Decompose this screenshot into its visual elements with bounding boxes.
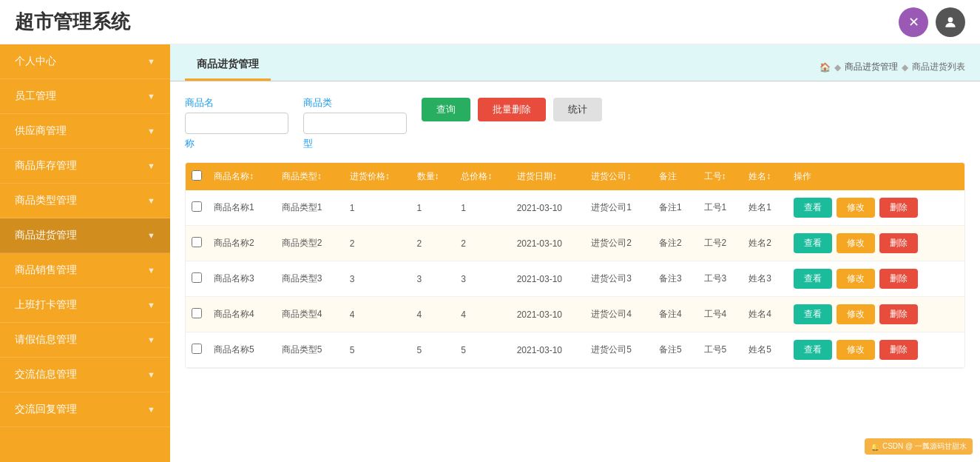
col-header-total[interactable]: 总价格↕ bbox=[455, 163, 510, 190]
col-header-price[interactable]: 进货价格↕ bbox=[344, 163, 411, 190]
cell-remark-4: 备注4 bbox=[653, 297, 698, 332]
col-header-action: 操作 bbox=[788, 163, 964, 190]
edit-button-4[interactable]: 修改 bbox=[837, 304, 875, 324]
user-icon-button[interactable] bbox=[936, 7, 965, 37]
cell-realname-3: 姓名3 bbox=[743, 261, 788, 297]
cell-actions-1: 查看 修改 删除 bbox=[788, 190, 964, 226]
col-header-name[interactable]: 商品名称↕ bbox=[208, 163, 276, 190]
chevron-down-icon: ▼ bbox=[147, 370, 155, 379]
tab-bar: 商品进货管理 🏠 ◆ 商品进货管理 ◆ 商品进货列表 bbox=[170, 44, 980, 81]
cell-name-2: 商品名称2 bbox=[208, 226, 276, 261]
sidebar-item-reply[interactable]: 交流回复管理 ▼ bbox=[0, 392, 170, 427]
breadcrumb-link-purchase[interactable]: 商品进货管理 bbox=[845, 61, 898, 73]
cell-qty-5: 5 bbox=[411, 332, 456, 368]
search-name-sublabel: 称 bbox=[185, 137, 288, 150]
chevron-down-icon: ▼ bbox=[147, 405, 155, 414]
search-name-input[interactable] bbox=[185, 113, 288, 134]
stats-button[interactable]: 统计 bbox=[553, 98, 602, 121]
delete-button-2[interactable]: 删除 bbox=[879, 233, 918, 253]
col-header-type[interactable]: 商品类型↕ bbox=[276, 163, 344, 190]
row-checkbox-3[interactable] bbox=[192, 272, 202, 283]
delete-button-4[interactable]: 删除 bbox=[879, 304, 918, 324]
edit-button-5[interactable]: 修改 bbox=[837, 340, 875, 360]
search-field-name: 商品名 称 bbox=[185, 96, 288, 150]
delete-button-1[interactable]: 删除 bbox=[879, 198, 918, 218]
col-header-realname[interactable]: 姓名↕ bbox=[743, 163, 788, 190]
col-header-company[interactable]: 进货公司↕ bbox=[585, 163, 653, 190]
chevron-down-icon: ▼ bbox=[147, 231, 155, 240]
cell-price-2: 2 bbox=[344, 226, 411, 261]
sidebar-label-supplier: 供应商管理 bbox=[15, 124, 67, 138]
col-header-date[interactable]: 进货日期↕ bbox=[511, 163, 586, 190]
select-all-checkbox[interactable] bbox=[192, 170, 202, 181]
view-button-1[interactable]: 查看 bbox=[794, 198, 832, 218]
cell-qty-4: 4 bbox=[411, 297, 456, 332]
chevron-down-icon: ▼ bbox=[147, 57, 155, 66]
sidebar-item-message[interactable]: 交流信息管理 ▼ bbox=[0, 358, 170, 392]
cell-company-2: 进货公司2 bbox=[585, 226, 653, 261]
cell-date-1: 2021-03-10 bbox=[511, 190, 586, 226]
cell-realname-1: 姓名1 bbox=[743, 190, 788, 226]
cell-workid-2: 工号2 bbox=[698, 226, 743, 261]
sidebar-item-supplier[interactable]: 供应商管理 ▼ bbox=[0, 114, 170, 149]
delete-button-5[interactable]: 删除 bbox=[879, 340, 918, 360]
sidebar-item-personal[interactable]: 个人中心 ▼ bbox=[0, 44, 170, 79]
close-icon-button[interactable]: ✕ bbox=[899, 7, 928, 37]
cell-workid-5: 工号5 bbox=[698, 332, 743, 368]
sidebar-label-staff: 员工管理 bbox=[15, 90, 56, 103]
table-row: 商品名称3 商品类型3 3 3 3 2021-03-10 进货公司3 备注3 工… bbox=[186, 261, 964, 297]
sidebar-label-inventory: 商品库存管理 bbox=[15, 159, 77, 173]
cell-company-3: 进货公司3 bbox=[585, 261, 653, 297]
query-button[interactable]: 查询 bbox=[422, 98, 470, 121]
cell-total-3: 3 bbox=[455, 261, 510, 297]
edit-button-1[interactable]: 修改 bbox=[837, 198, 875, 218]
cell-workid-3: 工号3 bbox=[698, 261, 743, 297]
cell-type-5: 商品类型5 bbox=[276, 332, 344, 368]
col-header-qty[interactable]: 数量↕ bbox=[411, 163, 456, 190]
row-checkbox-2[interactable] bbox=[192, 237, 202, 247]
cell-total-5: 5 bbox=[455, 332, 510, 368]
search-buttons: 查询 批量删除 统计 bbox=[422, 96, 602, 121]
tab-purchase-management[interactable]: 商品进货管理 bbox=[185, 50, 271, 81]
sidebar-item-staff[interactable]: 员工管理 ▼ bbox=[0, 79, 170, 114]
sidebar-item-purchase[interactable]: 商品进货管理 ▼ bbox=[0, 218, 170, 253]
edit-button-2[interactable]: 修改 bbox=[837, 233, 875, 253]
row-checkbox-5[interactable] bbox=[192, 344, 202, 354]
cell-remark-1: 备注1 bbox=[653, 190, 698, 226]
data-table-wrapper: 商品名称↕ 商品类型↕ 进货价格↕ 数量↕ 总价格↕ 进货日期↕ 进货公司↕ 备… bbox=[185, 162, 965, 369]
sidebar-item-leave[interactable]: 请假信息管理 ▼ bbox=[0, 323, 170, 358]
sidebar-item-category[interactable]: 商品类型管理 ▼ bbox=[0, 184, 170, 218]
delete-button-3[interactable]: 删除 bbox=[879, 269, 918, 289]
sidebar-label-purchase: 商品进货管理 bbox=[15, 229, 77, 242]
app-title: 超市管理系统 bbox=[15, 9, 130, 35]
cell-qty-2: 2 bbox=[411, 226, 456, 261]
edit-button-3[interactable]: 修改 bbox=[837, 269, 875, 289]
cell-realname-2: 姓名2 bbox=[743, 226, 788, 261]
view-button-5[interactable]: 查看 bbox=[794, 340, 832, 360]
sidebar-item-sales[interactable]: 商品销售管理 ▼ bbox=[0, 253, 170, 288]
row-checkbox-1[interactable] bbox=[192, 201, 202, 212]
sidebar-label-attendance: 上班打卡管理 bbox=[15, 298, 77, 312]
sidebar-item-attendance[interactable]: 上班打卡管理 ▼ bbox=[0, 288, 170, 323]
content-area: 商品名 称 商品类 型 查询 批量删除 统计 bbox=[170, 81, 980, 462]
sidebar-label-message: 交流信息管理 bbox=[15, 368, 77, 381]
cell-workid-1: 工号1 bbox=[698, 190, 743, 226]
sidebar-item-inventory[interactable]: 商品库存管理 ▼ bbox=[0, 149, 170, 184]
sidebar-label-category: 商品类型管理 bbox=[15, 194, 77, 207]
cell-type-2: 商品类型2 bbox=[276, 226, 344, 261]
row-checkbox-4[interactable] bbox=[192, 308, 202, 318]
sidebar-label-personal: 个人中心 bbox=[15, 55, 56, 68]
header: 超市管理系统 ✕ bbox=[0, 0, 980, 44]
view-button-4[interactable]: 查看 bbox=[794, 304, 832, 324]
view-button-3[interactable]: 查看 bbox=[794, 269, 832, 289]
view-button-2[interactable]: 查看 bbox=[794, 233, 832, 253]
search-type-input[interactable] bbox=[303, 113, 407, 134]
chevron-down-icon: ▼ bbox=[147, 161, 155, 170]
main-area: 商品进货管理 🏠 ◆ 商品进货管理 ◆ 商品进货列表 商品名 称 bbox=[170, 44, 980, 462]
chevron-down-icon: ▼ bbox=[147, 196, 155, 205]
col-header-workid[interactable]: 工号↕ bbox=[698, 163, 743, 190]
batch-delete-button[interactable]: 批量删除 bbox=[478, 98, 546, 121]
cell-type-1: 商品类型1 bbox=[276, 190, 344, 226]
cell-qty-3: 3 bbox=[411, 261, 456, 297]
row-checkbox-cell bbox=[186, 261, 208, 297]
